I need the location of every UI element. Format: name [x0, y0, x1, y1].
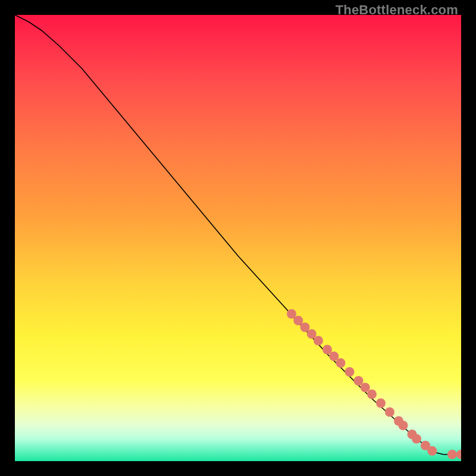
gradient-background	[15, 15, 461, 461]
chart-svg	[15, 15, 461, 461]
data-point	[427, 446, 437, 456]
data-point	[345, 367, 355, 377]
data-point	[336, 358, 346, 368]
data-point	[399, 421, 408, 430]
data-point	[385, 408, 394, 417]
chart-stage: TheBottleneck.com	[0, 0, 476, 476]
data-point	[447, 450, 457, 459]
data-point	[314, 336, 323, 346]
plot-area	[15, 15, 461, 461]
data-point	[376, 399, 386, 408]
data-point	[412, 434, 421, 444]
data-point	[367, 390, 377, 399]
